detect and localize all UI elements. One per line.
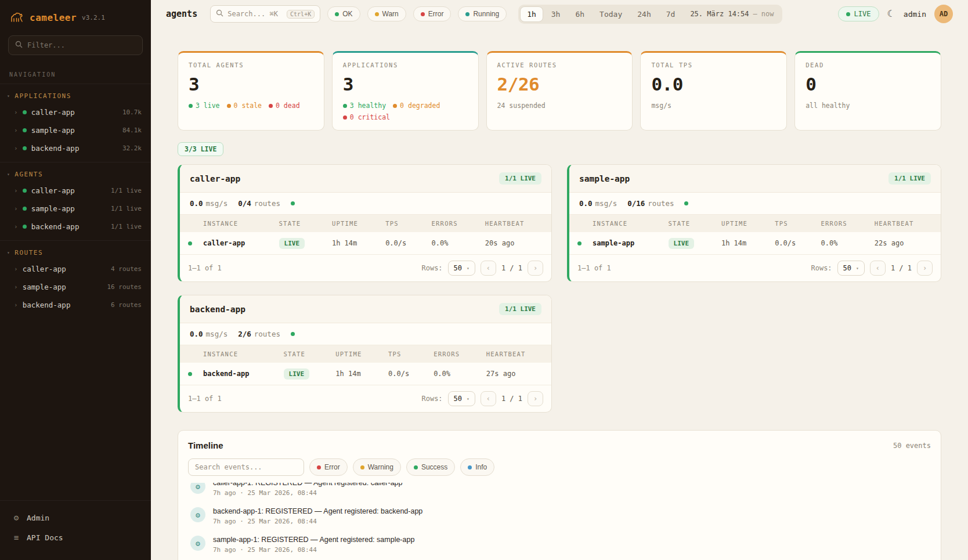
dark-mode-toggle[interactable]: ☾ — [887, 9, 895, 19]
avatar[interactable]: AD — [934, 5, 953, 23]
rate-unit: msg/s — [206, 199, 228, 208]
column-header: ERRORS — [815, 215, 869, 232]
footer-label: Admin — [27, 514, 49, 522]
sidebar-item-api-docs[interactable]: ≡ API Docs — [0, 528, 151, 547]
range-button-3h[interactable]: 3h — [544, 6, 568, 22]
table-row[interactable]: sample-app LIVE 1h 14m 0.0/s 0.0% 22s ag… — [569, 232, 941, 254]
table-header-row: INSTANCE STATE UPTIME TPS ERRORS HEARTBE… — [180, 345, 551, 363]
chip-label: Error — [324, 463, 340, 471]
events-list[interactable]: ⚙ caller-app-1: REGISTERED — Agent regis… — [188, 483, 931, 560]
table-footer: 1–1 of 1 Rows: 50 ▾ ‹ 1 / 1 › — [569, 254, 941, 281]
filter-input[interactable] — [27, 41, 136, 49]
row-range: 1–1 of 1 — [188, 395, 222, 403]
status-dot — [269, 104, 273, 108]
column-header: UPTIME — [716, 215, 769, 232]
list-item[interactable]: ⚙ backend-app-1: REGISTERED — Agent regi… — [188, 502, 931, 530]
gear-icon: ⚙ — [12, 513, 21, 522]
sidebar-section-agents: ▾ AGENTS › caller-app 1/1 live › sample-… — [0, 162, 151, 240]
list-item[interactable]: ⚙ caller-app-1: REGISTERED — Agent regis… — [188, 483, 931, 502]
status-dot — [188, 372, 192, 376]
docs-icon: ≡ — [12, 533, 21, 542]
item-badge: 32.2k — [122, 144, 142, 152]
sidebar-item-agent-backend-app[interactable]: › backend-app 1/1 live — [0, 218, 151, 236]
range-button-6h[interactable]: 6h — [568, 6, 591, 22]
events-count: 50 events — [893, 442, 931, 450]
routes-value: 2/6 — [238, 330, 251, 338]
state-badge: LIVE — [279, 238, 305, 249]
user-name: admin — [904, 10, 926, 19]
table-row[interactable]: backend-app LIVE 1h 14m 0.0/s 0.0% 27s a… — [180, 363, 551, 385]
range-button-24h[interactable]: 24h — [630, 6, 658, 22]
rate-unit: msg/s — [595, 199, 617, 208]
sidebar-item-routes-backend-app[interactable]: › backend-app 6 routes — [0, 296, 151, 314]
filter-chip-error[interactable]: Error — [413, 6, 452, 21]
sidebar-item-agent-sample-app[interactable]: › sample-app 1/1 live — [0, 200, 151, 218]
column-header: INSTANCE — [587, 215, 663, 232]
chevron-right-icon: › — [14, 301, 18, 309]
section-header-routes[interactable]: ▾ ROUTES — [0, 244, 151, 260]
sidebar-filter[interactable] — [8, 35, 143, 55]
column-header: TPS — [769, 215, 815, 232]
rows-per-page-select[interactable]: 50 ▾ — [448, 391, 475, 406]
prev-page-button[interactable]: ‹ — [481, 391, 496, 406]
live-toggle[interactable]: LIVE — [838, 6, 879, 21]
status-dot — [291, 332, 295, 336]
table-row[interactable]: caller-app LIVE 1h 14m 0.0/s 0.0% 20s ag… — [180, 232, 551, 254]
sidebar: cameleer v3.2.1 NAVIGATION ▾ APPLICATION… — [0, 0, 151, 560]
sidebar-item-admin[interactable]: ⚙ Admin — [0, 508, 151, 528]
stat-card-dead: DEAD 0 all healthy — [794, 51, 941, 131]
section-header-applications[interactable]: ▾ APPLICATIONS — [0, 88, 151, 103]
next-page-button[interactable]: › — [917, 261, 933, 276]
stat-value: 0.0 — [651, 74, 776, 95]
filter-chip-running[interactable]: Running — [458, 6, 507, 21]
meta-text: 3 healthy — [350, 102, 386, 110]
ok-dot — [335, 12, 339, 16]
timeline-chip-info[interactable]: Info — [460, 458, 494, 476]
rows-per-page-select[interactable]: 50 ▾ — [448, 261, 475, 276]
stat-card-active-routes: ACTIVE ROUTES 2/26 24 suspended — [486, 51, 633, 131]
main-area: agents Ctrl+K OK Warn Error Running 1h 3… — [151, 0, 968, 560]
events-search-input[interactable] — [195, 463, 297, 471]
filter-chip-ok[interactable]: OK — [327, 6, 360, 21]
sidebar-item-app-backend-app[interactable]: › backend-app 32.2k — [0, 139, 151, 157]
chevron-right-icon: › — [14, 205, 18, 212]
search-shortcut-kbd: Ctrl+K — [287, 10, 315, 19]
prev-page-button[interactable]: ‹ — [870, 261, 886, 276]
time-range-group: 1h 3h 6h Today 24h 7d 25. März 14:54 — n… — [518, 5, 782, 24]
column-header: UPTIME — [326, 215, 380, 232]
moon-icon: ☾ — [887, 9, 895, 19]
sidebar-item-routes-sample-app[interactable]: › sample-app 16 routes — [0, 278, 151, 296]
column-header: INSTANCE — [197, 215, 273, 232]
next-page-button[interactable]: › — [528, 391, 543, 406]
sidebar-item-routes-caller-app[interactable]: › caller-app 4 routes — [0, 260, 151, 278]
item-badge: 1/1 live — [111, 205, 142, 212]
timeline-chip-success[interactable]: Success — [406, 458, 455, 476]
sidebar-item-agent-caller-app[interactable]: › caller-app 1/1 live — [0, 182, 151, 200]
chevron-down-icon: ▾ — [7, 93, 10, 99]
range-button-today[interactable]: Today — [593, 6, 629, 22]
timeline-chip-warning[interactable]: Warning — [353, 458, 401, 476]
cell-uptime: 1h 14m — [326, 232, 380, 254]
global-search[interactable]: Ctrl+K — [210, 5, 320, 23]
content: TOTAL AGENTS 3 3 live 0 stale 0 dead APP… — [151, 28, 968, 560]
item-label: sample-app — [23, 283, 66, 291]
prev-page-button[interactable]: ‹ — [481, 261, 496, 276]
table-footer: 1–1 of 1 Rows: 50 ▾ ‹ 1 / 1 › — [180, 385, 551, 412]
next-page-button[interactable]: › — [528, 261, 543, 276]
item-label: sample-app — [31, 126, 75, 135]
list-item[interactable]: ⚙ sample-app-1: REGISTERED — Agent regis… — [188, 530, 931, 559]
stat-card-applications: APPLICATIONS 3 3 healthy 0 degraded 0 cr… — [332, 51, 479, 131]
row-range: 1–1 of 1 — [577, 264, 611, 272]
events-search[interactable] — [188, 458, 304, 476]
stat-subtitle: all healthy — [806, 102, 930, 110]
section-header-agents[interactable]: ▾ AGENTS — [0, 166, 151, 182]
range-button-1h[interactable]: 1h — [520, 6, 543, 22]
success-dot — [414, 465, 418, 469]
range-button-7d[interactable]: 7d — [659, 6, 682, 22]
rows-per-page-select[interactable]: 50 ▾ — [837, 261, 865, 276]
search-input[interactable] — [227, 10, 283, 18]
sidebar-item-app-caller-app[interactable]: › caller-app 10.7k — [0, 103, 151, 121]
timeline-chip-error[interactable]: Error — [309, 458, 348, 476]
sidebar-item-app-sample-app[interactable]: › sample-app 84.1k — [0, 121, 151, 139]
filter-chip-warn[interactable]: Warn — [367, 6, 406, 21]
